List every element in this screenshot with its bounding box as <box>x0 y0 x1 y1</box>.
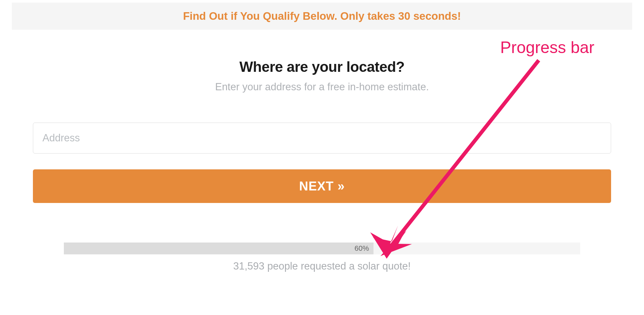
progress-area: 60% 31,593 people requested a solar quot… <box>64 243 580 272</box>
form-heading: Where are your located? <box>0 59 644 75</box>
progress-bar: 60% <box>64 243 580 254</box>
address-input[interactable] <box>33 123 611 154</box>
form-content: Where are your located? Enter your addre… <box>0 30 644 272</box>
next-button[interactable]: NEXT » <box>33 169 611 203</box>
stats-text: 31,593 people requested a solar quote! <box>64 260 580 272</box>
progress-percent-label: 60% <box>354 244 369 252</box>
qualify-banner: Find Out if You Qualify Below. Only take… <box>12 3 632 30</box>
progress-fill: 60% <box>64 243 374 254</box>
banner-text: Find Out if You Qualify Below. Only take… <box>183 10 461 22</box>
form-subheading: Enter your address for a free in-home es… <box>0 81 644 93</box>
annotation-label: Progress bar <box>500 38 594 57</box>
form-wrap: NEXT » <box>33 123 611 203</box>
